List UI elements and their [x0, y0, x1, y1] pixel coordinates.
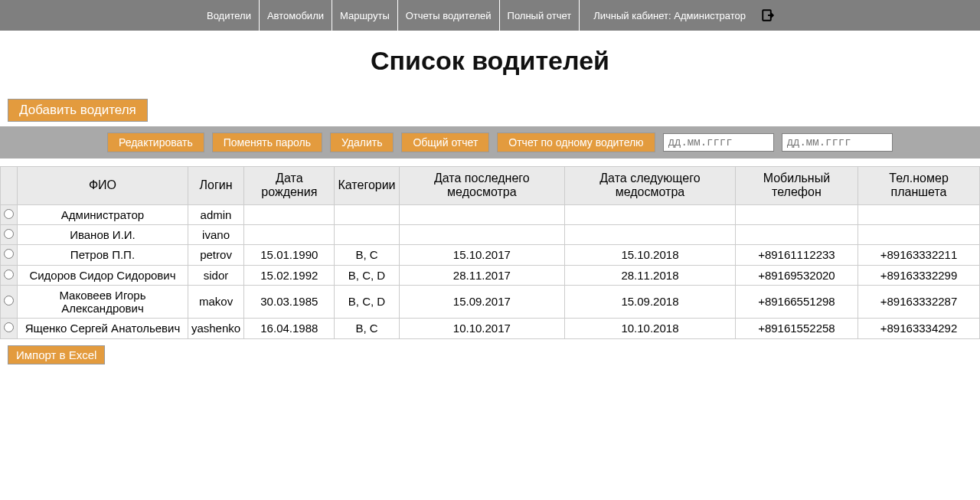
col-mobile: Мобильный телефон — [735, 167, 858, 205]
table-row: Ященко Сергей Анатольевичyashenko16.04.1… — [1, 319, 980, 338]
cell-login: sidor — [188, 265, 243, 285]
cell-fio: Маковеев Игорь Александрович — [18, 285, 188, 319]
cell-last_med — [399, 204, 565, 224]
row-select-radio[interactable] — [4, 270, 14, 279]
cell-fio: Ященко Сергей Анатольевич — [18, 319, 188, 338]
delete-button[interactable]: Удалить — [330, 132, 394, 152]
row-select-cell — [1, 245, 18, 265]
col-fio: ФИО — [18, 167, 188, 205]
row-select-radio[interactable] — [4, 249, 14, 259]
cell-login: ivano — [188, 225, 243, 245]
cell-next_med — [565, 204, 736, 224]
row-select-cell — [1, 285, 18, 319]
add-driver-button[interactable]: Добавить водителя — [8, 99, 148, 122]
cell-tablet — [858, 225, 980, 245]
cell-dob: 30.03.1985 — [244, 285, 335, 319]
cell-dob: 15.01.1990 — [244, 245, 335, 265]
cell-fio: Иванов И.И. — [18, 225, 188, 245]
col-last-med: Дата последнего медосмотра — [399, 167, 565, 205]
cell-tablet: +89163332211 — [858, 245, 980, 265]
cell-fio: Петров П.П. — [18, 245, 188, 265]
cell-mobile: +89169532020 — [735, 265, 858, 285]
import-excel-button[interactable]: Импорт в Excel — [8, 345, 105, 364]
cell-last_med: 15.09.2017 — [399, 285, 565, 319]
single-driver-report-button[interactable]: Отчет по одному водителю — [497, 132, 655, 152]
col-tablet: Тел.номер планшета — [858, 167, 980, 205]
row-select-radio[interactable] — [4, 296, 14, 306]
cell-dob: 15.02.1992 — [244, 265, 335, 285]
table-row: Сидоров Сидор Сидоровичsidor15.02.1992B,… — [1, 265, 980, 285]
col-categories: Категории — [335, 167, 399, 205]
drivers-table: ФИО Логин Дата рождения Категории Дата п… — [0, 166, 980, 339]
cell-categories — [335, 204, 399, 224]
cell-login: petrov — [188, 245, 243, 265]
toolbar: Редактировать Поменять пароль Удалить Об… — [0, 126, 980, 158]
table-row: Администраторadmin — [1, 204, 980, 224]
cell-categories: B, C, D — [335, 285, 399, 319]
cell-login: admin — [188, 204, 243, 224]
table-row: Маковеев Игорь Александровичmakov30.03.1… — [1, 285, 980, 319]
nav-cars[interactable]: Автомобили — [260, 0, 332, 31]
top-nav: Водители Автомобили Маршруты Отчеты води… — [0, 0, 980, 31]
cell-last_med — [399, 225, 565, 245]
cell-last_med: 10.10.2017 — [399, 319, 565, 338]
cell-categories: B, C — [335, 245, 399, 265]
cell-categories: B, C — [335, 319, 399, 338]
cell-tablet: +89163332299 — [858, 265, 980, 285]
cell-dob: 16.04.1988 — [244, 319, 335, 338]
general-report-button[interactable]: Общий отчет — [401, 132, 489, 152]
cell-tablet: +89163334292 — [858, 319, 980, 338]
nav-full-report[interactable]: Полный отчет — [500, 0, 580, 31]
cell-next_med: 28.11.2018 — [565, 265, 736, 285]
cell-next_med: 15.10.2018 — [565, 245, 736, 265]
row-select-cell — [1, 204, 18, 224]
date-from-input[interactable] — [663, 133, 774, 152]
account-label: Личный кабинет: Администратор — [586, 0, 753, 31]
nav-driver-reports[interactable]: Отчеты водителей — [398, 0, 500, 31]
date-to-input[interactable] — [782, 133, 893, 152]
page-title: Список водителей — [0, 46, 980, 76]
col-select — [1, 167, 18, 205]
nav-drivers[interactable]: Водители — [199, 0, 260, 31]
cell-mobile — [735, 204, 858, 224]
cell-fio: Администратор — [18, 204, 188, 224]
row-select-cell — [1, 319, 18, 338]
cell-fio: Сидоров Сидор Сидорович — [18, 265, 188, 285]
cell-mobile — [735, 225, 858, 245]
cell-login: makov — [188, 285, 243, 319]
col-dob: Дата рождения — [244, 167, 335, 205]
row-select-radio[interactable] — [4, 322, 14, 332]
cell-dob — [244, 225, 335, 245]
col-next-med: Дата следующего медосмотра — [565, 167, 736, 205]
cell-mobile: +89161552258 — [735, 319, 858, 338]
table-row: Иванов И.И.ivano — [1, 225, 980, 245]
cell-mobile: +89166551298 — [735, 285, 858, 319]
cell-next_med — [565, 225, 736, 245]
row-select-radio[interactable] — [4, 229, 14, 239]
cell-next_med: 10.10.2018 — [565, 319, 736, 338]
change-password-button[interactable]: Поменять пароль — [212, 132, 322, 152]
cell-next_med: 15.09.2018 — [565, 285, 736, 319]
logout-icon[interactable] — [761, 0, 775, 31]
nav-routes[interactable]: Маршруты — [332, 0, 398, 31]
row-select-radio[interactable] — [4, 209, 14, 219]
cell-categories — [335, 225, 399, 245]
table-row: Петров П.П.petrov15.01.1990B, C15.10.201… — [1, 245, 980, 265]
cell-categories: B, C, D — [335, 265, 399, 285]
cell-dob — [244, 204, 335, 224]
cell-mobile: +89161112233 — [735, 245, 858, 265]
cell-tablet: +89163332287 — [858, 285, 980, 319]
col-login: Логин — [188, 167, 243, 205]
cell-login: yashenko — [188, 319, 243, 338]
edit-button[interactable]: Редактировать — [107, 132, 204, 152]
cell-last_med: 15.10.2017 — [399, 245, 565, 265]
row-select-cell — [1, 265, 18, 285]
row-select-cell — [1, 225, 18, 245]
cell-tablet — [858, 204, 980, 224]
cell-last_med: 28.11.2017 — [399, 265, 565, 285]
